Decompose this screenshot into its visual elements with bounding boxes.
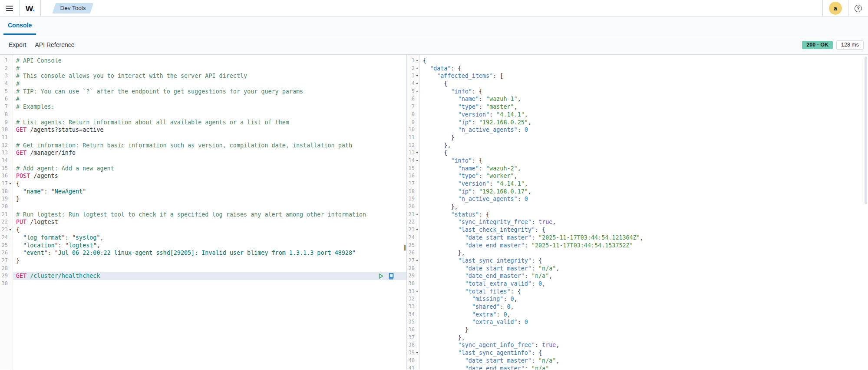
tab-console[interactable]: Console (3, 17, 36, 35)
code-line[interactable]: "last_sync_integrity": { (420, 257, 868, 265)
code-line[interactable]: "info": { (420, 157, 868, 165)
code-line[interactable]: "type": "master", (420, 103, 868, 111)
fold-arrow-icon[interactable]: ▾ (415, 157, 419, 165)
code-line[interactable]: "version": "4.14.1", (420, 111, 868, 119)
code-line[interactable]: # TIP: You can use `?` after the endpoin… (13, 88, 406, 96)
code-line[interactable] (13, 265, 406, 273)
code-line[interactable]: "name": "wazuh-1", (420, 95, 868, 103)
code-line[interactable]: "date_end_master": "n/a", (420, 272, 868, 280)
code-line[interactable]: "affected_items": [ (420, 72, 868, 80)
code-line[interactable]: }, (420, 203, 868, 211)
code-line[interactable]: "version": "4.14.1", (420, 180, 868, 188)
code-line[interactable]: "ip": "192.168.0.25", (420, 119, 868, 127)
code-line[interactable]: } (420, 326, 868, 334)
code-line[interactable]: "n_active_agents": 0 (420, 195, 868, 203)
code-line[interactable]: "date_start_master": "n/a", (420, 357, 868, 365)
code-line[interactable]: "n_active_agents": 0 (420, 126, 868, 134)
code-line[interactable]: { (420, 149, 868, 157)
code-line[interactable]: "sync_integrity_free": true, (420, 218, 868, 226)
code-line[interactable]: "date_start_master": "2025-11-17T03:44:5… (420, 234, 868, 242)
code-line[interactable]: "name": "NewAgent" (13, 188, 406, 196)
fold-arrow-icon[interactable]: ▾ (415, 72, 419, 80)
code-line[interactable]: "location": "logtest", (13, 242, 406, 250)
fold-arrow-icon[interactable]: ▾ (415, 57, 419, 65)
code-line[interactable]: POST /agents (13, 172, 406, 180)
fold-arrow-icon[interactable]: ▾ (415, 257, 419, 265)
code-line[interactable] (13, 280, 406, 288)
code-line[interactable]: "info": { (420, 88, 868, 96)
code-line[interactable]: { (420, 80, 868, 88)
send-request-button[interactable] (377, 273, 384, 280)
fold-arrow-icon[interactable]: ▾ (415, 288, 419, 296)
fold-arrow-icon[interactable]: ▾ (415, 211, 419, 219)
fold-arrow-icon[interactable]: ▾ (415, 80, 419, 88)
code-line[interactable]: "date_end_master": "n/a" (420, 365, 868, 370)
code-line[interactable]: } (13, 257, 406, 265)
code-line[interactable]: "ip": "192.168.0.17", (420, 188, 868, 196)
code-line[interactable] (13, 134, 406, 142)
code-line[interactable]: "total_extra_valid": 0, (420, 280, 868, 288)
code-line[interactable]: # Examples: (13, 103, 406, 111)
code-line[interactable]: # List agents: Return information about … (13, 119, 406, 127)
code-line[interactable]: # (13, 80, 406, 88)
code-line[interactable]: # (13, 95, 406, 103)
api-reference-button[interactable]: API Reference (30, 39, 79, 51)
code-line[interactable]: "extra_valid": 0 (420, 318, 868, 326)
code-line-selected[interactable]: GET /cluster/healthcheck (13, 272, 406, 280)
code-line[interactable]: }, (420, 334, 868, 342)
export-button[interactable]: Export (4, 39, 30, 51)
breadcrumb-dev-tools[interactable]: Dev Tools (52, 3, 93, 13)
code-line[interactable]: }, (420, 249, 868, 257)
code-line[interactable]: "total_files": { (420, 288, 868, 296)
fold-arrow-icon[interactable]: ▾ (415, 349, 419, 357)
code-line[interactable]: GET /manager/info (13, 149, 406, 157)
panel-resizer-grip[interactable]: ‖ (403, 244, 406, 251)
request-editor[interactable]: # API Console## This console allows you … (13, 55, 406, 370)
code-line[interactable]: # (13, 65, 406, 73)
open-documentation-button[interactable] (388, 273, 394, 280)
code-line[interactable]: "name": "wazuh-2", (420, 165, 868, 173)
fold-arrow-icon[interactable]: ▾ (415, 149, 419, 157)
code-line[interactable]: # Run logtest: Run logtest tool to check… (13, 211, 406, 219)
code-line[interactable]: # API Console (13, 57, 406, 65)
code-line[interactable]: "last_sync_agentinfo": { (420, 349, 868, 357)
code-line[interactable]: { (420, 57, 868, 65)
wazuh-logo[interactable]: w. (26, 3, 34, 13)
code-line[interactable]: { (13, 180, 406, 188)
user-avatar[interactable]: a (829, 2, 842, 15)
code-line[interactable]: "shared": 0, (420, 303, 868, 311)
code-line[interactable]: "missing": 0, (420, 295, 868, 303)
fold-arrow-icon[interactable]: ▾ (415, 65, 419, 73)
fold-arrow-icon[interactable]: ▾ (8, 180, 13, 188)
code-line[interactable]: "event": "Jul 06 22:00:22 linux-agent ss… (13, 249, 406, 257)
code-line[interactable]: GET /agents?status=active (13, 126, 406, 134)
fold-arrow-icon[interactable]: ▾ (415, 88, 419, 96)
code-line[interactable]: # Add agent: Add a new agent (13, 165, 406, 173)
code-line[interactable]: "sync_agent_info_free": true, (420, 341, 868, 349)
code-line[interactable]: } (420, 134, 868, 142)
fold-arrow-icon[interactable]: ▾ (8, 226, 13, 234)
code-line[interactable]: { (13, 226, 406, 234)
help-button[interactable]: ? (855, 5, 862, 12)
code-line[interactable]: "date_end_master": "2025-11-17T03:44:54.… (420, 242, 868, 250)
code-line[interactable]: "last_check_integrity": { (420, 226, 868, 234)
code-line[interactable]: # This console allows you to interact wi… (13, 72, 406, 80)
code-line[interactable]: }, (420, 142, 868, 150)
menu-toggle-button[interactable] (6, 6, 13, 11)
fold-arrow-icon[interactable]: ▾ (415, 226, 419, 234)
code-line[interactable] (13, 157, 406, 165)
code-line[interactable]: "log_format": "syslog", (13, 234, 406, 242)
code-line[interactable]: "data": { (420, 65, 868, 73)
code-line[interactable]: } (13, 195, 406, 203)
response-viewer[interactable]: { "data": { "affected_items": [ { "info"… (420, 55, 868, 370)
code-line[interactable]: "status": { (420, 211, 868, 219)
code-line[interactable]: "extra": 0, (420, 311, 868, 319)
code-line[interactable]: "type": "worker", (420, 172, 868, 180)
hamburger-icon (6, 6, 13, 11)
code-line[interactable]: "date_start_master": "n/a", (420, 265, 868, 273)
code-line[interactable] (13, 111, 406, 119)
code-line[interactable] (13, 203, 406, 211)
code-line[interactable]: # Get information: Return basic informat… (13, 142, 406, 150)
code-line[interactable]: PUT /logtest (13, 218, 406, 226)
scrollbar-thumb[interactable] (865, 57, 867, 204)
